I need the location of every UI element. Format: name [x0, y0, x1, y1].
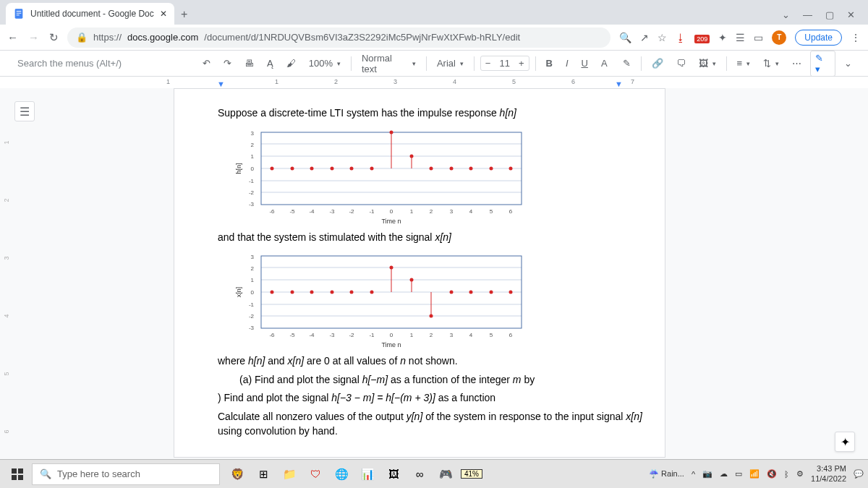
shield-icon[interactable]: 🛡 — [304, 463, 327, 486]
svg-text:3: 3 — [450, 332, 454, 338]
font-size-value[interactable]: 11 — [495, 56, 514, 70]
svg-rect-0 — [15, 9, 23, 18]
plot-ylabel: h[n] — [235, 163, 242, 174]
reading-list-icon[interactable]: ☰ — [736, 32, 745, 43]
align-icon[interactable]: ≡ — [733, 56, 755, 71]
close-tab-icon[interactable]: ✕ — [160, 9, 167, 19]
more-icon[interactable]: ⋯ — [788, 56, 806, 71]
minimize-icon[interactable]: — — [803, 9, 812, 20]
cast-icon[interactable]: ▭ — [735, 469, 742, 479]
decrease-font-icon[interactable]: − — [481, 56, 495, 70]
svg-rect-89 — [12, 468, 17, 474]
underline-button[interactable]: U — [577, 56, 592, 71]
extension-badge[interactable]: 209 — [694, 32, 710, 43]
link-icon[interactable]: 🔗 — [647, 56, 668, 71]
app-icon[interactable]: ∞ — [408, 463, 431, 486]
document-page[interactable]: Suppose a discrete-time LTI system has t… — [174, 88, 665, 458]
update-button[interactable]: Update — [795, 30, 842, 46]
chrome-icon[interactable]: 🌐 — [330, 463, 353, 486]
undo-icon[interactable]: ↶ — [198, 56, 215, 71]
onedrive-icon[interactable]: ☁ — [720, 469, 728, 479]
forward-icon[interactable]: → — [28, 31, 39, 43]
paragraph[interactable]: ) Find and plot the signal h[−3 − m] = h… — [218, 391, 643, 406]
close-icon[interactable]: ✕ — [847, 9, 855, 20]
collapse-toolbar-icon[interactable]: ⌄ — [840, 56, 856, 71]
font-size-control[interactable]: − 11 + — [480, 56, 529, 71]
app-icon[interactable]: 📊 — [356, 463, 379, 486]
paragraph-style-select[interactable]: Normal text — [357, 51, 420, 77]
line-spacing-icon[interactable]: ⇅ — [759, 56, 783, 71]
maximize-icon[interactable]: ▢ — [825, 9, 834, 20]
svg-rect-92 — [18, 475, 23, 480]
notifications-icon[interactable]: 💬 — [854, 469, 864, 479]
puzzle-icon[interactable]: ✦ — [718, 32, 727, 43]
download-icon[interactable]: ⭳ — [676, 32, 686, 43]
network-icon[interactable]: 📶 — [749, 469, 760, 479]
text-color-button[interactable]: A — [597, 56, 614, 71]
explorer-icon[interactable]: 📁 — [278, 463, 301, 486]
tab-title: Untitled document - Google Doc — [30, 9, 154, 19]
paragraph[interactable]: (a) Find and plot the signal h[−m] as a … — [239, 373, 643, 388]
vertical-ruler[interactable]: 123456 — [0, 88, 17, 459]
svg-text:-2: -2 — [249, 189, 255, 196]
svg-text:-5: -5 — [289, 332, 295, 338]
svg-point-80 — [350, 291, 354, 294]
search-icon[interactable]: 🔍 — [619, 32, 631, 43]
url-input[interactable]: 🔒 https://docs.google.com/document/d/1NR… — [67, 27, 610, 48]
tray-chevron-icon[interactable]: ^ — [692, 470, 695, 479]
comment-icon[interactable]: 🗨 — [672, 56, 690, 71]
weather-widget[interactable]: ☔ Rain... — [649, 469, 684, 479]
horizontal-ruler[interactable]: 1 ▼ 1 2 3 4 5 6 ▼ 7 — [0, 77, 868, 88]
font-family-select[interactable]: Arial — [433, 56, 468, 71]
paragraph[interactable]: where h[n] and x[n] are 0 at all values … — [218, 354, 643, 369]
editing-mode-button[interactable]: ✎ ▾ — [810, 51, 835, 77]
battery-indicator[interactable]: 41% — [460, 463, 483, 486]
share-icon[interactable]: ↗ — [640, 32, 649, 43]
app-icon[interactable]: 🎮 — [434, 463, 457, 486]
paint-format-icon[interactable]: 🖌 — [282, 56, 300, 71]
taskbar-clock[interactable]: 3:43 PM11/4/2022 — [811, 464, 846, 483]
volume-icon[interactable]: 🔇 — [767, 469, 777, 479]
italic-button[interactable]: I — [561, 56, 573, 71]
spellcheck-icon[interactable]: Ą — [263, 56, 278, 71]
increase-font-icon[interactable]: + — [514, 56, 529, 70]
app-icon[interactable]: 🦁 — [226, 463, 249, 486]
chevron-down-icon[interactable]: ⌄ — [782, 9, 790, 20]
settings-icon[interactable]: ⚙ — [796, 469, 804, 479]
print-icon[interactable]: 🖶 — [240, 56, 258, 71]
redo-icon[interactable]: ↷ — [219, 56, 236, 71]
back-icon[interactable]: ← — [7, 31, 18, 43]
svg-point-77 — [291, 291, 294, 294]
indent-marker-icon[interactable]: ▼ — [217, 80, 225, 88]
explore-button[interactable]: ✦ — [835, 432, 855, 452]
star-icon[interactable]: ☆ — [658, 32, 667, 43]
app-icon[interactable]: 🖼 — [382, 463, 405, 486]
kebab-icon[interactable]: ⋮ — [851, 32, 861, 43]
svg-text:-4: -4 — [309, 332, 315, 338]
camera-icon[interactable]: 📷 — [702, 469, 712, 479]
bluetooth-icon[interactable]: ᛒ — [784, 470, 789, 479]
side-panel-icon[interactable]: ▭ — [754, 32, 763, 43]
start-button[interactable] — [4, 463, 30, 486]
new-tab-button[interactable]: + — [174, 4, 195, 25]
svg-rect-3 — [17, 14, 20, 15]
svg-text:4: 4 — [469, 332, 473, 338]
outline-toggle-button[interactable]: ☰ — [14, 101, 35, 121]
svg-point-35 — [331, 166, 334, 170]
paragraph[interactable]: Calculate all nonzero values of the outp… — [218, 410, 643, 438]
svg-text:1: 1 — [251, 277, 255, 283]
bold-button[interactable]: B — [541, 56, 556, 71]
reload-icon[interactable]: ↻ — [49, 31, 59, 44]
paragraph[interactable]: Suppose a discrete-time LTI system has t… — [218, 106, 643, 121]
profile-avatar[interactable]: T — [772, 30, 786, 45]
zoom-select[interactable]: 100% — [305, 56, 345, 70]
right-indent-marker-icon[interactable]: ▼ — [615, 80, 623, 88]
insert-image-icon[interactable]: 🖼 — [694, 56, 720, 71]
highlight-icon[interactable]: ✎ — [618, 56, 635, 71]
menu-search-input[interactable]: Search the menus (Alt+/) — [12, 55, 194, 72]
task-view-icon[interactable]: ⊞ — [252, 463, 275, 486]
browser-tab[interactable]: Untitled document - Google Doc ✕ — [6, 3, 174, 25]
paragraph[interactable]: and that the system is stimulated with t… — [218, 231, 643, 245]
taskbar-search-input[interactable]: 🔍 Type here to search — [32, 463, 220, 485]
svg-text:1: 1 — [410, 332, 414, 338]
